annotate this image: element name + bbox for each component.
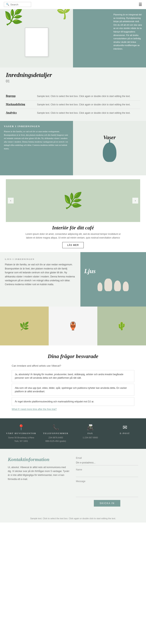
vaser-right: Vaser: [73, 121, 146, 175]
vase-3-icon: [114, 280, 121, 291]
footer-phone-text: 234-9876-6400: [41, 436, 71, 440]
email-icon: ✉: [110, 424, 140, 430]
carousel-title: Interiör för ditt café: [6, 225, 140, 231]
contact-right: Email Name Message SKICKA IN: [76, 456, 138, 506]
hero-section: 🌿 🌱 Planering är en integrerad del av in…: [0, 9, 146, 68]
menu-icon[interactable]: ☰: [138, 2, 142, 7]
ljus-section-label: LJUS I INREDNINGEN: [5, 258, 76, 260]
feature-desc-2: Sample text. Click to select the text bo…: [37, 103, 130, 106]
ljus-left: LJUS I INREDNINGEN Platsen är din famili…: [0, 252, 80, 306]
vase-decoration: [103, 142, 116, 162]
footer-col-fax: 📠 FAX 1-234-567-8900: [75, 424, 106, 443]
photo-cell-3: 🌵: [97, 306, 146, 346]
plant-right-icon: 🌱: [56, 9, 71, 19]
faq-link[interactable]: What if I need more time after the free …: [12, 408, 134, 410]
email-label: Email: [76, 456, 138, 459]
vaser-description: Platsen är din familia, se vad och löv a…: [4, 130, 69, 150]
carousel-container: 🌿 ‹ ›: [6, 179, 140, 222]
photo-cell-1: 🌿: [0, 306, 49, 346]
features-section: Begrepp Sample text. Click to select the…: [0, 86, 146, 121]
vases-display: [97, 278, 129, 291]
faq-item-2[interactable]: Alla som vill visa upp ljud, video, bild…: [12, 384, 134, 396]
vaser-left: VASER I INREDNINGEN Platsen är din famil…: [0, 121, 73, 175]
location-icon: 📍: [6, 424, 37, 430]
contact-title: Kontaktinformation: [8, 456, 70, 462]
ljus-title: Ljus: [84, 268, 96, 275]
faq-question-label: Can inredare and afford artists use Vibe…: [12, 364, 134, 367]
email-field[interactable]: [76, 460, 138, 465]
ljus-section: LJUS I INREDNINGEN Platsen är din famili…: [0, 252, 146, 306]
footer-col-phone: 📞 TELEFONNUMMER 234-9876-6400 888-0125-4…: [41, 424, 71, 443]
hero-description: Planering är en integrerad del av inredn…: [110, 9, 146, 54]
las-mer-button[interactable]: LÄS MER: [62, 242, 84, 248]
plant-left-icon: 🌿: [4, 9, 23, 25]
header: 🔍 ☰: [0, 0, 146, 9]
footer-col-email: ✉ E-POST: [110, 424, 140, 443]
vase-2-icon: [104, 278, 112, 291]
feature-row-3: Analytics Sample text. Click to select t…: [6, 109, 140, 117]
contact-description: Ui, absolut. Vibeecat är alltid redo att…: [8, 465, 70, 481]
vase-4-icon: [123, 282, 129, 291]
footer-phone-free: 888-0125-456 (gratis): [41, 440, 71, 443]
vaser-left-content: VASER I INREDNINGEN Platsen är din famil…: [0, 121, 73, 154]
feature-desc-3: Sample text. Click to select the text bo…: [37, 111, 130, 115]
feature-label-2: Marknadsföring: [6, 103, 37, 106]
search-input[interactable]: [10, 3, 29, 6]
search-box[interactable]: 🔍: [4, 2, 31, 7]
bottom-bar: Sample text. Click to select the text bo…: [0, 514, 146, 522]
contact-left: Kontaktinformation Ui, absolut. Vibeecat…: [8, 456, 70, 506]
photo-grid: 🌿 🏺 🌵: [0, 306, 146, 346]
hero-frame: [25, 28, 48, 57]
message-label: Message: [76, 480, 138, 483]
search-icon: 🔍: [6, 3, 9, 6]
hero-images: 🌿 🌱 Planering är en integrerad del av in…: [0, 9, 146, 68]
feature-label-1: Begrepp: [6, 94, 37, 98]
footer-info: 📍 VÅRT HUVUDKONTOR Some 56 Broadway (c/N…: [0, 418, 146, 449]
hero-right-panel: Planering är en integrerad del av inredn…: [73, 9, 146, 68]
carousel-plant-icon: 🌿: [63, 192, 83, 210]
photo-bg-1: 🌿: [0, 306, 49, 346]
carousel-prev-button[interactable]: ‹: [8, 198, 14, 204]
faq-title: Dina frågor besvarade: [12, 353, 134, 360]
name-field[interactable]: [76, 472, 138, 477]
hero-desc-text: Planering är en integrerad del av inredn…: [113, 13, 142, 51]
submit-button[interactable]: SKICKA IN: [94, 500, 120, 506]
hero-left-panel: 🌿 🌱: [0, 9, 73, 68]
bottom-text: Sample text. Click to select the text bo…: [30, 517, 116, 520]
message-field[interactable]: [76, 484, 138, 497]
carousel-description: Lorem ipsum dolor sit amet, consectetur …: [24, 232, 122, 240]
hero-title: Inredningsdetaljer: [6, 71, 140, 78]
carousel-next-button[interactable]: ›: [132, 198, 138, 204]
footer-title-2: TELEFONNUMMER: [41, 432, 71, 434]
hero-bottom: Inredningsdetaljer 01: [0, 68, 146, 86]
vaser-section: VASER I INREDNINGEN Platsen är din famil…: [0, 121, 146, 175]
ljus-description: Platsen är din familia, se vad och löv a…: [5, 262, 76, 286]
footer-title-4: E-POST: [110, 432, 140, 434]
photo-cell-2: 🏺: [49, 306, 97, 346]
faq-item-1[interactable]: Ja, absolutely! Är lämplig för musiker, …: [12, 370, 134, 382]
feature-row-1: Begrepp Sample text. Click to select the…: [6, 92, 140, 100]
footer-address-text: Some 56 Broadway (c/New York, NY 1001: [6, 436, 37, 443]
vaser-section-label: VASER I INREDNINGEN: [4, 125, 69, 128]
feature-label-3: Analytics: [6, 111, 37, 114]
carousel-section: 🌿 ‹ › Interiör för ditt café Lorem ipsum…: [0, 175, 146, 252]
hero-number: 01: [6, 79, 140, 84]
contact-section: Kontaktinformation Ui, absolut. Vibeecat…: [0, 449, 146, 514]
footer-title-1: VÅRT HUVUDKONTOR: [6, 432, 37, 434]
footer-col-address: 📍 VÅRT HUVUDKONTOR Some 56 Broadway (c/N…: [6, 424, 37, 443]
feature-desc-1: Sample text. Click to select the text bo…: [37, 94, 130, 98]
ljus-right: Ljus: [80, 252, 146, 306]
faq-item-3[interactable]: Är inget idiomliv plattformsutveckling o…: [12, 397, 134, 406]
phone-icon: 📞: [41, 424, 71, 430]
name-label: Name: [76, 468, 138, 471]
fax-icon: 📠: [75, 424, 106, 430]
photo-bg-3: 🌵: [97, 306, 146, 346]
faq-section: Dina frågor besvarade Can inredare and a…: [0, 346, 146, 418]
footer-title-3: FAX: [75, 432, 106, 434]
photo-bg-2: 🏺: [49, 306, 97, 346]
vase-1-icon: [97, 282, 102, 291]
footer-fax-text: 1-234-567-8900: [75, 436, 106, 440]
feature-row-2: Marknadsföring Sample text. Click to sel…: [6, 100, 140, 109]
